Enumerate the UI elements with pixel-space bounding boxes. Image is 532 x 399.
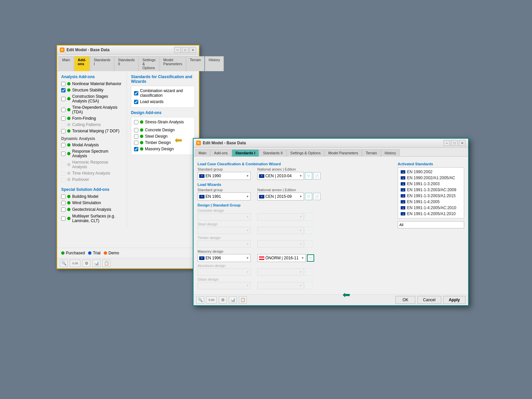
load-case-annex-arrow: ▼: [298, 174, 304, 178]
dot-trial: [88, 251, 91, 255]
front-minimize-button[interactable]: ─: [444, 140, 450, 146]
masonry-annex-arrow: ▼: [300, 256, 306, 260]
cb-response-input[interactable]: [61, 152, 66, 156]
cb-form-input[interactable]: [61, 116, 66, 121]
design-concrete-inputs: ▼ ▼ ▽: [198, 213, 394, 220]
cb-geo-input[interactable]: [61, 207, 66, 212]
toolbar-search[interactable]: 🔍: [60, 260, 68, 267]
load-case-std-select-box[interactable]: ★ EN 1990 ▼: [198, 172, 251, 180]
std-text-7: EN 1991-1-4:2005/AC:2010: [407, 205, 456, 210]
cb-geo: Geotechnical Analysis: [61, 207, 123, 212]
load-case-std-value: ★ EN 1990: [198, 174, 222, 178]
cb-tda-input[interactable]: [61, 108, 66, 112]
dot-steel: [140, 135, 143, 138]
app-icon: R: [60, 48, 65, 52]
front-app-icon: R: [196, 141, 201, 145]
filter-btn-concrete: ▽: [305, 213, 312, 220]
toolbar-numbers[interactable]: 0.00: [70, 260, 80, 267]
tab-main[interactable]: Main: [59, 56, 74, 71]
load-case-row: Standard group ★ EN 1990 ▼ National anne…: [198, 167, 394, 180]
cb-concrete-input[interactable]: [134, 128, 138, 132]
front-maximize-button[interactable]: □: [451, 140, 458, 146]
masonry-std-text: EN 1996: [205, 256, 221, 260]
analysis-addons-title: Analysis Add-ons: [61, 74, 123, 79]
cb-timber-input[interactable]: [134, 141, 138, 145]
front-tab-settings[interactable]: Settings & Options: [287, 149, 324, 157]
front-toolbar-settings2[interactable]: 📊: [229, 296, 237, 304]
tab-settings[interactable]: Settings & Options: [139, 56, 159, 71]
flag-eu-lw: ★: [199, 195, 204, 199]
front-tab-standards1[interactable]: Standards I: [232, 149, 259, 157]
cb-load: Load wizards: [134, 99, 192, 104]
lw-std-select[interactable]: ★ EN 1991 ▼: [198, 193, 251, 200]
copy-btn-lc[interactable]: 📄: [313, 172, 321, 180]
minimize-button[interactable]: ─: [174, 47, 181, 53]
cb-nonlinear-label: Nonlinear Material Behavior: [72, 81, 121, 86]
masonry-annex-text: ÖNORM | 2016-11: [265, 256, 299, 260]
load-case-annex-group: National annex | Edition ★ CEN | 2010-04…: [257, 167, 321, 180]
cb-csa-input[interactable]: [61, 97, 66, 101]
cb-steel-input[interactable]: [134, 134, 138, 139]
copy-btn-lw[interactable]: 📄: [313, 193, 321, 200]
cb-wind-input[interactable]: [61, 201, 66, 205]
filter-btn-lc[interactable]: ▽: [305, 172, 312, 180]
cb-nonlinear-input[interactable]: [61, 82, 66, 86]
dynamic-title: Dynamic Analysis: [61, 136, 123, 141]
cb-multilayer-input[interactable]: [61, 216, 66, 221]
front-tab-history[interactable]: History: [381, 149, 400, 157]
maximize-button[interactable]: □: [182, 47, 189, 53]
arrow-filter: ⬅: [342, 289, 350, 300]
front-tab-main[interactable]: Main: [195, 149, 210, 157]
load-case-std-arrow: ▼: [245, 174, 250, 178]
front-toolbar-numbers[interactable]: 0.00: [206, 296, 217, 304]
all-filter-select[interactable]: All: [398, 221, 464, 228]
tab-history[interactable]: History: [205, 56, 223, 71]
tab-addons[interactable]: Add-ons: [74, 56, 90, 71]
cb-csa: Construction Stages Analysis (CSA): [61, 94, 123, 104]
cb-modal-input[interactable]: [61, 143, 66, 147]
front-tab-terrain[interactable]: Terrain: [362, 149, 381, 157]
front-toolbar-copy[interactable]: 📋: [239, 296, 247, 304]
load-case-annex-select[interactable]: ★ CEN | 2010-04 ▼: [257, 172, 304, 180]
close-button[interactable]: ✕: [190, 47, 196, 53]
cb-concrete: Concrete Design: [134, 127, 192, 133]
flag-at-masonry: [259, 256, 264, 260]
aluminum-std-arrow: ▼: [245, 270, 250, 274]
tab-model-params[interactable]: Model Parameters: [160, 56, 186, 71]
front-toolbar-search[interactable]: 🔍: [196, 296, 204, 304]
tab-terrain[interactable]: Terrain: [186, 56, 205, 71]
masonry-std-select[interactable]: ★ EN 1996 ▼: [198, 254, 251, 262]
toolbar-settings1[interactable]: ⚙: [82, 260, 90, 267]
ok-button[interactable]: OK: [395, 296, 415, 304]
front-tab-addons[interactable]: Add-ons: [210, 149, 231, 157]
lw-annex-select[interactable]: ★ CEN | 2015-09 ▼: [257, 193, 304, 200]
front-tab-standards2[interactable]: Standards II: [259, 149, 286, 157]
toolbar-settings2[interactable]: 📊: [92, 260, 100, 267]
filter-btn-masonry[interactable]: ▽: [307, 254, 314, 262]
cancel-button[interactable]: Cancel: [417, 296, 441, 304]
cb-combo-input[interactable]: [134, 91, 138, 95]
cb-cutting-label: Cutting Patterns: [72, 122, 101, 127]
front-main-content: Load Case Classification & Combination W…: [194, 157, 468, 294]
masonry-annex-select[interactable]: ÖNORM | 2016-11 ▼: [257, 254, 306, 262]
cb-torsional-input[interactable]: [61, 129, 66, 133]
dot-csa: [67, 97, 70, 100]
toolbar-copy[interactable]: 📋: [102, 260, 110, 267]
front-window-title: Edit Model - Base Data: [203, 141, 442, 145]
tab-standards1[interactable]: Standards I: [90, 56, 114, 71]
cb-structure-input[interactable]: [61, 88, 66, 92]
lw-std-value: ★ EN 1991: [198, 194, 222, 199]
apply-button[interactable]: Apply: [443, 296, 466, 304]
cb-stress-input[interactable]: [134, 120, 138, 124]
cb-building-input[interactable]: [61, 195, 66, 199]
filter-btn-lw[interactable]: ▽: [305, 193, 312, 200]
cb-masonry-back-input[interactable]: [134, 147, 138, 151]
tab-standards2[interactable]: Standards II: [114, 56, 138, 71]
front-tab-model-params[interactable]: Model Parameters: [325, 149, 362, 157]
cb-cutting-input: [61, 123, 66, 127]
front-toolbar-settings1[interactable]: ⚙: [219, 296, 227, 304]
cb-tda: Time-Dependent Analysis (TDA): [61, 105, 123, 115]
cb-load-input[interactable]: [134, 100, 138, 104]
front-close-button[interactable]: ✕: [459, 140, 466, 146]
std-item-1: ★ EN 1990:2002: [399, 169, 463, 175]
